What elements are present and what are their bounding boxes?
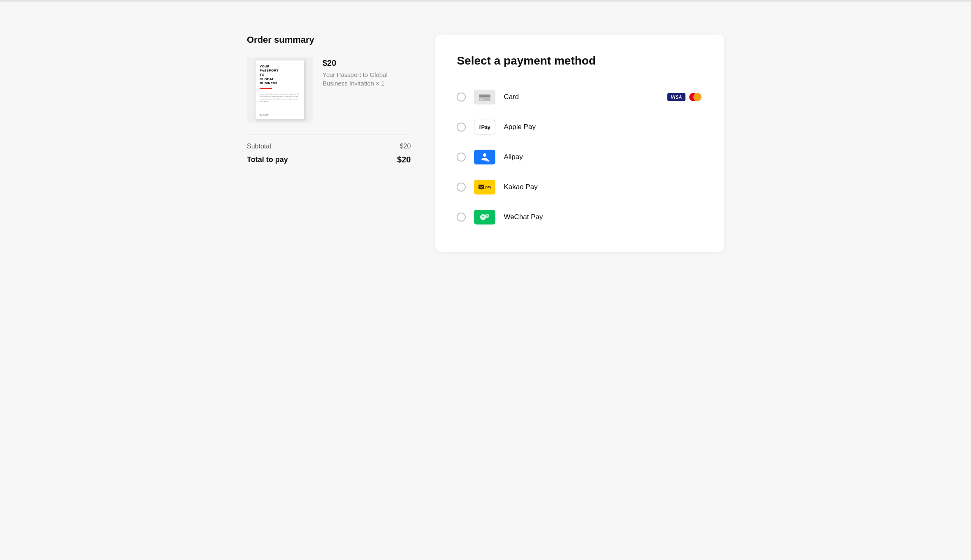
product-image: YOUR PASSPORT TO GLOBAL BUSINESS Lorem i… [247,57,313,123]
mastercard-badge [688,92,703,102]
radio-alipay[interactable] [457,153,466,162]
payment-option-alipay[interactable]: Alipay [457,142,703,172]
mc-orange-circle [693,93,702,101]
svg-point-10 [486,215,487,216]
payment-panel: Select a payment method Card VISA [435,35,724,252]
subtotal-value: $20 [400,143,411,150]
book-title-text: YOUR PASSPORT TO GLOBAL BUSINESS [260,65,279,86]
svg-point-7 [485,214,489,218]
svg-point-3 [483,153,486,157]
page-container: Order summary YOUR PASSPORT TO GLOBAL BU… [197,2,774,285]
product-info: $20 Your Passport to Global Business Inv… [323,57,411,88]
applepay-icon: Pay [474,120,495,134]
card-icon [474,90,495,104]
payment-option-kakaopay[interactable]: pay Kakao Pay [457,172,703,202]
applepay-icon-text: Pay [479,124,490,130]
svg-point-6 [480,214,486,220]
radio-applepay[interactable] [457,123,466,132]
product-row: YOUR PASSPORT TO GLOBAL BUSINESS Lorem i… [247,57,411,123]
total-row: Total to pay $20 [247,155,411,164]
svg-point-8 [482,216,483,217]
radio-wechatpay[interactable] [457,213,466,222]
wechatpay-label: WeChat Pay [504,213,703,221]
payment-option-card[interactable]: Card VISA [457,82,703,112]
alipay-icon [474,150,495,164]
subtotal-row: Subtotal $20 [247,143,411,150]
card-label: Card [504,93,659,101]
product-price: $20 [323,58,411,68]
total-value: $20 [397,155,411,164]
applepay-label: Apple Pay [504,123,703,131]
book-author: By Author [260,113,269,116]
svg-point-11 [488,215,488,216]
subtotal-label: Subtotal [247,143,271,150]
wechatpay-icon [474,210,495,224]
svg-rect-5 [481,188,482,190]
order-summary-section: Order summary YOUR PASSPORT TO GLOBAL BU… [247,35,411,164]
total-label: Total to pay [247,155,288,164]
radio-card[interactable] [457,93,466,102]
book-body-text: Lorem ipsum dolor sit amet consectetur a… [260,93,301,103]
kakaopay-icon: pay [474,180,495,194]
payment-panel-title: Select a payment method [457,54,703,67]
svg-rect-1 [479,95,490,97]
visa-badge: VISA [667,93,685,101]
payment-option-applepay[interactable]: Pay Apple Pay [457,112,703,142]
svg-rect-2 [480,99,483,100]
book-cover: YOUR PASSPORT TO GLOBAL BUSINESS Lorem i… [255,60,304,120]
svg-rect-0 [479,94,490,101]
payment-option-wechatpay[interactable]: WeChat Pay [457,202,703,232]
radio-kakaopay[interactable] [457,183,466,192]
product-name: Your Passport to Global Business Invitat… [323,70,411,88]
kakaopay-label: Kakao Pay [504,183,703,191]
card-badges: VISA [667,92,703,102]
svg-point-9 [483,216,484,217]
order-summary-title: Order summary [247,35,411,45]
divider [247,134,411,134]
alipay-label: Alipay [504,153,703,161]
book-red-line [260,88,272,89]
